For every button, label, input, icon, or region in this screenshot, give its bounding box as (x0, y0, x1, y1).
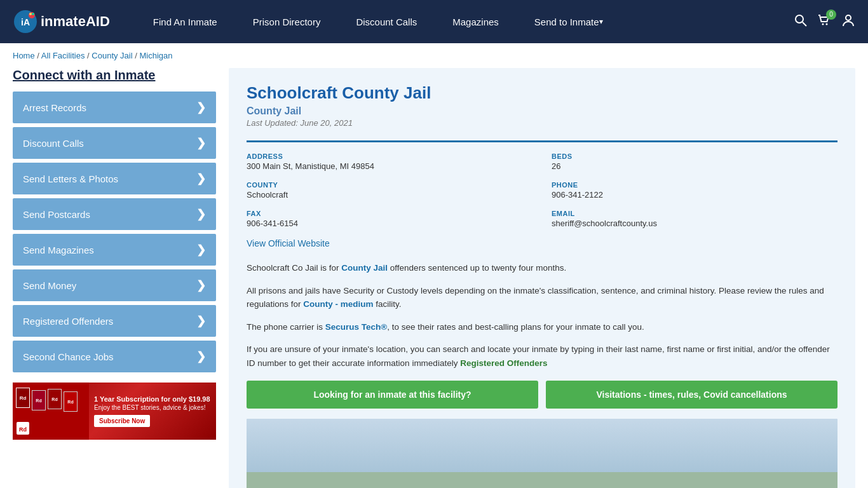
breadcrumb-county-jail[interactable]: County Jail (92, 51, 132, 60)
sidebar-item-label: Send Magazines (23, 245, 94, 255)
sidebar-item-second-chance-jobs[interactable]: Second Chance Jobs ❯ (13, 341, 216, 372)
email-block: EMAIL sheriff@schoolcraftcounty.us (552, 210, 837, 228)
county-medium-link[interactable]: County - medium (303, 299, 373, 309)
action-buttons: Looking for an inmate at this facility? … (247, 381, 837, 409)
svg-point-2 (29, 12, 35, 18)
search-icon (794, 14, 807, 27)
chevron-right-icon: ❯ (196, 207, 206, 221)
county-jail-link[interactable]: County Jail (341, 263, 388, 273)
sidebar-item-send-money[interactable]: Send Money ❯ (13, 269, 216, 301)
breadcrumb-all-facilities[interactable]: All Facilities (41, 51, 85, 60)
chevron-right-icon: ❯ (196, 136, 206, 150)
phone-value: 906-341-2122 (552, 190, 837, 200)
desc-2: All prisons and jails have Security or C… (247, 284, 837, 311)
search-button[interactable] (794, 14, 807, 30)
fax-value: 906-341-6154 (247, 219, 532, 228)
beds-label: BEDS (552, 152, 837, 160)
ad-text: 1 Year Subscription for only $19.98 Enjo… (89, 390, 216, 432)
nav-send-to-inmate[interactable]: Send to Inmate (517, 0, 621, 43)
phone-label: PHONE (552, 181, 837, 189)
chevron-right-icon: ❯ (196, 243, 206, 257)
email-value: sheriff@schoolcraftcounty.us (552, 219, 837, 228)
facility-image (247, 419, 837, 488)
sidebar-title: Connect with an Inmate (13, 68, 216, 83)
facility-last-updated: Last Updated: June 20, 2021 (247, 118, 837, 128)
user-icon (841, 13, 855, 27)
svg-point-3 (29, 13, 32, 15)
address-block: ADDRESS 300 Main St, Manistique, MI 4985… (247, 152, 532, 171)
sidebar-item-label: Second Chance Jobs (23, 351, 114, 362)
header-icons: 0 (794, 13, 855, 30)
desc-1: Schoolcraft Co Jail is for County Jail o… (247, 261, 837, 275)
ad-title: 1 Year Subscription for only $19.98 (94, 395, 211, 403)
find-inmate-button[interactable]: Looking for an inmate at this facility? (247, 381, 538, 409)
address-label: ADDRESS (247, 152, 532, 160)
nav-discount-calls[interactable]: Discount Calls (338, 0, 435, 43)
sidebar-item-label: Discount Calls (23, 138, 84, 149)
sidebar-item-label: Send Postcards (23, 209, 90, 220)
ad-rd-logo: Rd (19, 426, 27, 433)
address-value: 300 Main St, Manistique, MI 49854 (247, 161, 532, 171)
ad-banner[interactable]: Rd Rd Rd Rd Rd (13, 383, 216, 440)
main-content: Connect with an Inmate Arrest Records ❯ … (0, 68, 868, 488)
facility-description: Schoolcraft Co Jail is for County Jail o… (247, 261, 837, 370)
county-label: COUNTY (247, 181, 532, 189)
user-button[interactable] (841, 13, 855, 30)
ad-inner: Rd Rd Rd Rd Rd (13, 383, 216, 440)
registered-offenders-link[interactable]: Registered Offenders (460, 358, 547, 368)
county-value: Schoolcraft (247, 190, 532, 200)
email-label: EMAIL (552, 210, 837, 217)
facility-image-ground (247, 472, 837, 488)
fax-block: FAX 906-341-6154 (247, 210, 532, 228)
facility-image-sky (247, 419, 837, 472)
svg-point-4 (32, 13, 34, 15)
svg-point-8 (826, 23, 828, 25)
breadcrumb-home[interactable]: Home (13, 51, 35, 60)
chevron-right-icon: ❯ (196, 100, 206, 114)
official-website-link[interactable]: View Official Website (247, 238, 330, 248)
svg-text:iA: iA (21, 17, 30, 27)
cart-badge: 0 (826, 10, 836, 20)
sidebar-item-send-letters[interactable]: Send Letters & Photos ❯ (13, 163, 216, 194)
nav-prison-directory[interactable]: Prison Directory (235, 0, 339, 43)
visitations-button[interactable]: Visitations - times, rules, Covid cancel… (546, 381, 837, 409)
breadcrumb: Home / All Facilities / County Jail / Mi… (0, 43, 868, 68)
nav-magazines[interactable]: Magazines (435, 0, 517, 43)
sidebar-item-send-magazines[interactable]: Send Magazines ❯ (13, 234, 216, 266)
beds-block: BEDS 26 (552, 152, 837, 171)
sidebar-item-label: Send Letters & Photos (23, 173, 118, 184)
logo-area[interactable]: iA inmateAID (13, 9, 110, 34)
sidebar-item-registered-offenders[interactable]: Registered Offenders ❯ (13, 305, 216, 337)
sidebar-item-label: Arrest Records (23, 102, 86, 113)
desc-3: The phone carrier is Securus Tech®, to s… (247, 320, 837, 334)
main-nav: Find An Inmate Prison Directory Discount… (135, 0, 794, 43)
facility-name: Schoolcraft County Jail (247, 83, 837, 103)
chevron-right-icon: ❯ (196, 172, 206, 186)
fax-label: FAX (247, 210, 532, 217)
facility-detail: Schoolcraft County Jail County Jail Last… (229, 68, 855, 488)
sidebar-item-label: Registered Offenders (23, 316, 113, 327)
logo-text: inmateAID (41, 13, 110, 30)
nav-find-inmate[interactable]: Find An Inmate (135, 0, 235, 43)
county-block: COUNTY Schoolcraft (247, 181, 532, 200)
ad-subtitle: Enjoy the BEST stories, advice & jokes! (94, 404, 211, 411)
cart-button[interactable]: 0 (817, 13, 831, 30)
svg-point-7 (822, 23, 824, 25)
desc-4: If you are unsure of your inmate's locat… (247, 342, 837, 370)
svg-point-5 (796, 15, 803, 23)
beds-value: 26 (552, 161, 837, 171)
svg-point-9 (846, 15, 851, 20)
chevron-right-icon: ❯ (196, 349, 206, 363)
sidebar-item-discount-calls[interactable]: Discount Calls ❯ (13, 127, 216, 159)
ad-subscribe-button[interactable]: Subscribe Now (94, 415, 150, 427)
sidebar-item-arrest-records[interactable]: Arrest Records ❯ (13, 92, 216, 123)
sidebar-item-label: Send Money (23, 280, 76, 291)
chevron-right-icon: ❯ (196, 278, 206, 292)
sidebar-item-send-postcards[interactable]: Send Postcards ❯ (13, 198, 216, 230)
logo-icon: iA (13, 9, 38, 34)
securus-link[interactable]: Securus Tech® (325, 322, 387, 332)
chevron-right-icon: ❯ (196, 314, 206, 328)
sidebar: Connect with an Inmate Arrest Records ❯ … (13, 68, 216, 488)
breadcrumb-michigan[interactable]: Michigan (139, 51, 172, 60)
ad-image: Rd Rd Rd Rd Rd (13, 383, 89, 440)
